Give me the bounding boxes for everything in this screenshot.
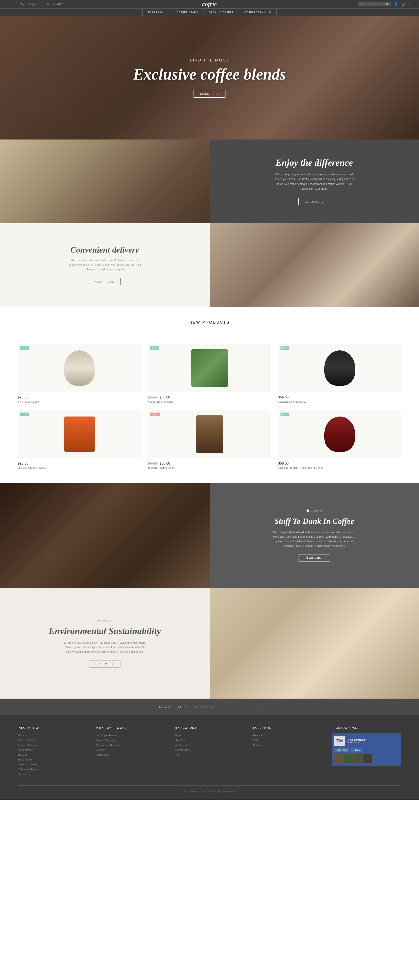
product-image-1 bbox=[17, 344, 141, 392]
footer-link-help[interactable]: Help bbox=[175, 752, 244, 757]
footer-link-about[interactable]: About Us bbox=[17, 733, 87, 738]
site-logo[interactable]: coffee bbox=[202, 1, 217, 8]
footer-grid: INFORMATION About Us Customer Service Te… bbox=[17, 726, 402, 776]
footer-link-track-order[interactable]: Track My Order bbox=[175, 748, 244, 752]
product-price-5: $63.00 $60.00 bbox=[148, 461, 271, 465]
hero-section: FIND THE MOST Exclusive coffee blends CL… bbox=[0, 16, 419, 140]
home-link[interactable]: Home bbox=[9, 3, 15, 5]
footer-link-customer-service[interactable]: Customer Service bbox=[17, 738, 87, 743]
main-nav: ESPRESSO ▾ COFFEE BEANS ORGANIC COFFEE C… bbox=[0, 8, 419, 16]
footer-col-why-buy: WHY BUY FROM US Shipping & Returns Secur… bbox=[96, 726, 166, 776]
hero-cta-button[interactable]: CLICK HERE bbox=[194, 90, 225, 98]
blog2-date: 🕐 01/10/2015 bbox=[97, 619, 113, 622]
product-badge-1: NEW bbox=[20, 347, 29, 350]
fb-thumb-3 bbox=[354, 754, 362, 763]
currency-selector[interactable]: Currency: USD bbox=[47, 3, 63, 5]
product-card-4[interactable]: NEW $25.00 Lavazza Crema e Gusto bbox=[17, 410, 141, 469]
footer-bottom: © 2016 Magento Demo Store. All Rights Re… bbox=[17, 786, 402, 793]
newsletter-email-input[interactable] bbox=[190, 704, 251, 710]
products-grid: NEW $75.00 Illy Ground Coffee NEW $31.00… bbox=[17, 344, 402, 469]
footer-link-signin[interactable]: Sign In bbox=[175, 733, 244, 738]
footer-link-cart[interactable]: View Cart bbox=[175, 738, 244, 743]
fb-thumb-2 bbox=[344, 754, 353, 763]
product-price-2: $31.00 $30.00 bbox=[148, 395, 271, 399]
footer-facebook-title: FACEBOOK PAGE bbox=[332, 726, 402, 729]
footer-link-advanced-search[interactable]: Advanced Search bbox=[17, 762, 87, 767]
copyright-text: © 2016 Magento Demo Store. All Rights Re… bbox=[182, 790, 237, 793]
cart-icon[interactable]: 🛒 bbox=[402, 2, 406, 6]
fb-actions: Like Page Share bbox=[334, 748, 399, 752]
footer-col-facebook: FACEBOOK PAGE TM TemplateMonster 76,441 … bbox=[332, 726, 402, 776]
product-card-5[interactable]: SALE $63.00 $60.00 Teeccino Herbal Coffe… bbox=[148, 410, 271, 469]
product-old-price-2: $31.00 bbox=[148, 396, 157, 399]
product-name-3: Lavazza Caffe Espresso bbox=[278, 400, 402, 403]
search-box[interactable]: 🔍 bbox=[357, 2, 391, 6]
delivery-cta-button[interactable]: CLICK HERE bbox=[89, 278, 121, 285]
product-name-1: Illy Ground Coffee bbox=[17, 400, 141, 403]
nav-item-coffee-beans[interactable]: COFFEE BEANS bbox=[171, 9, 203, 16]
newsletter-bar: NEWSLETTER → bbox=[0, 698, 419, 715]
product-img-lavazza-premium bbox=[324, 417, 355, 452]
product-card-3[interactable]: NEW $56.00 Lavazza Caffe Espresso bbox=[278, 344, 402, 403]
blog2-title: Environmental Sustainability bbox=[49, 626, 161, 636]
language-selector[interactable]: English bbox=[29, 3, 37, 5]
nav-label-milk: COFFEE WITH MILK bbox=[244, 11, 271, 14]
fb-share-button[interactable]: Share bbox=[351, 748, 362, 752]
footer-follow-title: FOLLOW US bbox=[253, 726, 323, 729]
nav-label-coffee-beans: COFFEE BEANS bbox=[176, 11, 198, 14]
blog1-date: 🕐 01/18/2015 bbox=[306, 509, 322, 512]
product-image-4 bbox=[17, 410, 141, 458]
product-name-2: Keurig Green Mountain bbox=[148, 400, 271, 403]
footer-link-international[interactable]: International Shipping bbox=[96, 743, 166, 748]
footer-link-search-terms[interactable]: Search Terms bbox=[17, 757, 87, 762]
product-image-2 bbox=[148, 344, 271, 392]
product-img-keurig bbox=[191, 349, 229, 387]
blog1-text-area: 🕐 01/18/2015 Stuff To Dunk In Coffee Fir… bbox=[210, 483, 419, 589]
fb-thumbnails bbox=[334, 754, 399, 763]
nav-item-milk[interactable]: COFFEE WITH MILK bbox=[239, 9, 276, 16]
footer-link-sitemap[interactable]: Site Map bbox=[17, 752, 87, 757]
fb-like-button[interactable]: Like Page bbox=[334, 748, 349, 752]
footer-link-contact[interactable]: Contact Us bbox=[17, 772, 87, 776]
footer-link-google[interactable]: Google + bbox=[253, 743, 323, 748]
nav-items: ESPRESSO ▾ COFFEE BEANS ORGANIC COFFEE C… bbox=[143, 9, 276, 16]
coffee-cup-image bbox=[210, 223, 419, 307]
footer-link-twitter[interactable]: Twitter bbox=[253, 738, 323, 743]
products-section-title: NEW PRODUCTS bbox=[189, 320, 230, 326]
blog1-image bbox=[0, 483, 210, 589]
footer-link-orders[interactable]: Orders and Returns bbox=[17, 767, 87, 772]
blog1-text: First things first: dunking doughnuts is… bbox=[272, 530, 356, 548]
fb-thumb-4 bbox=[363, 754, 372, 763]
footer-link-wishlist[interactable]: My Wishlist bbox=[175, 743, 244, 748]
delivery-title: Convenient delivery bbox=[70, 245, 139, 255]
product-img-teeccino bbox=[197, 415, 223, 453]
product-badge-6: NEW bbox=[281, 412, 289, 416]
footer-link-affiliates[interactable]: Affiliates bbox=[96, 748, 166, 752]
blog2-image bbox=[210, 589, 419, 698]
top-bar-left: Home Blog English ▾ Currency: USD ▾ bbox=[9, 3, 69, 6]
blog2-read-more-button[interactable]: READ MORE bbox=[89, 660, 121, 668]
search-input[interactable] bbox=[359, 3, 386, 5]
product-price-3: $56.00 bbox=[278, 395, 402, 399]
product-badge-4: NEW bbox=[20, 412, 29, 416]
nav-label-organic: ORGANIC COFFEE bbox=[209, 11, 233, 14]
blog1-read-more-button[interactable]: READ MORE bbox=[298, 554, 330, 562]
hero-title: Exclusive coffee blends bbox=[133, 65, 286, 84]
footer-link-shipping[interactable]: Shipping & Returns bbox=[96, 733, 166, 738]
blog1-title: Stuff To Dunk In Coffee bbox=[275, 517, 354, 526]
nav-item-espresso[interactable]: ESPRESSO ▾ bbox=[143, 9, 171, 16]
user-icon[interactable]: 👤 bbox=[394, 2, 398, 6]
product-card-6[interactable]: NEW $56.00 Lavazza Premium House Blend C… bbox=[278, 410, 402, 469]
newsletter-submit-button[interactable]: → bbox=[256, 705, 260, 710]
nav-item-organic[interactable]: ORGANIC COFFEE bbox=[203, 9, 239, 16]
enjoy-cta-button[interactable]: CLICK HERE bbox=[298, 198, 330, 205]
footer-link-privacy[interactable]: Privacy Policy bbox=[17, 748, 87, 752]
product-card-2[interactable]: NEW $31.00 $30.00 Keurig Green Mountain bbox=[148, 344, 271, 403]
footer-link-template-settings[interactable]: Template Settings bbox=[17, 743, 87, 748]
blog-link[interactable]: Blog bbox=[20, 3, 24, 5]
product-card-1[interactable]: NEW $75.00 Illy Ground Coffee bbox=[17, 344, 141, 403]
footer-link-secure[interactable]: Secure Shopping bbox=[96, 738, 166, 743]
blog2-text: Environmental sustainability – particula… bbox=[63, 641, 147, 654]
footer-link-group-sales[interactable]: Group Sales bbox=[96, 752, 166, 757]
footer-link-facebook[interactable]: Facebook bbox=[253, 733, 323, 738]
